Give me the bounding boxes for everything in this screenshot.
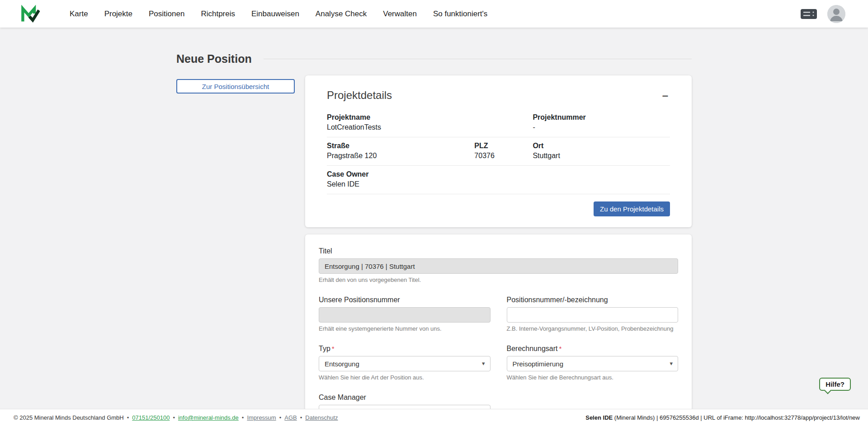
help-button[interactable]: Hilfe? — [819, 378, 851, 391]
plz-label: PLZ — [474, 142, 528, 150]
main-content: Neue Position Zur Positionsübersicht Pro… — [176, 52, 692, 426]
top-nav: Karte Projekte Positionen Richtpreis Ein… — [0, 0, 868, 28]
ort-label: Ort — [533, 142, 665, 150]
footer-links: © 2025 Mineral Minds Deutschland GmbH • … — [14, 414, 338, 421]
separator: • — [173, 414, 175, 421]
session-user: Selen IDE — [585, 414, 613, 421]
separator: • — [127, 414, 129, 421]
nav-item-positionen[interactable]: Positionen — [141, 0, 193, 28]
nav-item-richtpreis[interactable]: Richtpreis — [193, 0, 243, 28]
position-form-card: Titel Erhält den von uns vorgegebenen Ti… — [305, 234, 692, 426]
collapse-button[interactable]: – — [660, 90, 670, 101]
positionsnummer-input[interactable] — [507, 307, 679, 323]
positionsnummer-help: Z.B. Interne-Vorgangsnummer, LV-Position… — [507, 325, 679, 332]
page-title: Neue Position — [176, 52, 252, 66]
table-row: Straße Pragstraße 120 PLZ 70376 Ort Stut… — [327, 137, 670, 166]
strasse-label: Straße — [327, 142, 470, 150]
phone-link[interactable]: 07151/250100 — [132, 414, 170, 421]
projektnummer-label: Projektnummer — [533, 113, 665, 122]
case-manager-label: Case Manager — [319, 393, 491, 402]
separator: • — [279, 414, 282, 421]
nav-item-analyse-check[interactable]: Analyse Check — [307, 0, 375, 28]
project-details-table: Projektname LotCreationTests Projektnumm… — [327, 109, 670, 194]
email-link[interactable]: info@mineral-minds.de — [178, 414, 239, 421]
case-owner-label: Case Owner — [327, 170, 528, 178]
berechnungsart-group: Berechnungsart* Preisoptimierung ▾ Wähle… — [507, 345, 679, 381]
projektname-value: LotCreationTests — [327, 123, 528, 131]
projektname-label: Projektname — [327, 113, 528, 122]
mineral-minds-logo[interactable] — [20, 4, 40, 24]
person-icon — [827, 5, 845, 23]
berechnungsart-select[interactable]: Preisoptimierung ▾ — [507, 356, 679, 371]
titel-input[interactable] — [319, 258, 678, 274]
nav-item-karte[interactable]: Karte — [61, 0, 96, 28]
session-details: (Mineral Minds) | 69576255536d | URL of … — [613, 414, 860, 421]
titel-help: Erhält den von uns vorgegebenen Titel. — [319, 276, 678, 283]
separator: • — [300, 414, 302, 421]
impressum-link[interactable]: Impressum — [247, 414, 276, 421]
positions-overview-button[interactable]: Zur Positionsübersicht — [176, 79, 295, 94]
berechnungsart-help: Wählen Sie hier die Berechnungsart aus. — [507, 374, 679, 381]
typ-help: Wählen Sie hier die Art der Position aus… — [319, 374, 491, 381]
unsere-positionsnummer-group: Unsere Positionsnummer Erhält eine syste… — [319, 296, 491, 332]
footer: © 2025 Mineral Minds Deutschland GmbH • … — [0, 409, 868, 426]
table-row: Projektname LotCreationTests Projektnumm… — [327, 109, 670, 137]
right-column: Projektdetails – Projektname LotCreation… — [305, 75, 692, 426]
nav-menu: Karte Projekte Positionen Richtpreis Ein… — [61, 0, 495, 28]
projektnummer-value: - — [533, 123, 665, 131]
table-row: Case Owner Selen IDE — [327, 166, 670, 194]
nav-item-einbauweisen[interactable]: Einbauweisen — [243, 0, 307, 28]
session-info: Selen IDE (Mineral Minds) | 69576255536d… — [585, 414, 860, 421]
separator: • — [242, 414, 244, 421]
typ-select-value: Entsorgung — [325, 360, 359, 368]
unsere-positionsnummer-label: Unsere Positionsnummer — [319, 296, 491, 304]
user-avatar[interactable] — [827, 5, 845, 23]
positionsnummer-group: Positionsnummer/-bezeichnung Z.B. Intern… — [507, 296, 679, 332]
nav-right — [800, 5, 845, 23]
titel-group: Titel Erhält den von uns vorgegebenen Ti… — [319, 247, 678, 283]
berechnungsart-select-value: Preisoptimierung — [513, 360, 564, 368]
strasse-value: Pragstraße 120 — [327, 152, 470, 160]
to-project-details-button[interactable]: Zu den Projektdetails — [594, 201, 670, 216]
unsere-positionsnummer-input[interactable] — [319, 307, 491, 323]
plz-value: 70376 — [474, 152, 528, 160]
chevron-down-icon: ▾ — [482, 360, 485, 367]
agb-link[interactable]: AGB — [284, 414, 297, 421]
project-details-title: Projektdetails — [327, 89, 392, 102]
project-details-card: Projektdetails – Projektname LotCreation… — [305, 75, 692, 227]
datenschutz-link[interactable]: Datenschutz — [305, 414, 338, 421]
ort-value: Stuttgart — [533, 152, 665, 160]
left-column: Zur Positionsübersicht — [176, 75, 305, 94]
berechnungsart-label: Berechnungsart* — [507, 345, 679, 353]
titel-label: Titel — [319, 247, 678, 255]
typ-select[interactable]: Entsorgung ▾ — [319, 356, 491, 371]
chevron-down-icon: ▾ — [670, 360, 673, 367]
nav-item-verwalten[interactable]: Verwalten — [375, 0, 425, 28]
logo-icon — [20, 4, 40, 24]
positionsnummer-label: Positionsnummer/-bezeichnung — [507, 296, 679, 304]
unsere-positionsnummer-help: Erhält eine systemgenerierte Nummer von … — [319, 325, 491, 332]
title-divider — [264, 59, 692, 59]
required-asterisk: * — [332, 345, 335, 352]
typ-label: Typ* — [319, 345, 491, 353]
copyright-text: © 2025 Mineral Minds Deutschland GmbH — [14, 414, 124, 421]
server-icon[interactable] — [800, 8, 817, 20]
case-owner-value: Selen IDE — [327, 180, 528, 188]
typ-group: Typ* Entsorgung ▾ Wählen Sie hier die Ar… — [319, 345, 491, 381]
nav-item-so-funktionierts[interactable]: So funktioniert's — [425, 0, 495, 28]
nav-item-projekte[interactable]: Projekte — [96, 0, 141, 28]
required-asterisk: * — [559, 345, 561, 352]
